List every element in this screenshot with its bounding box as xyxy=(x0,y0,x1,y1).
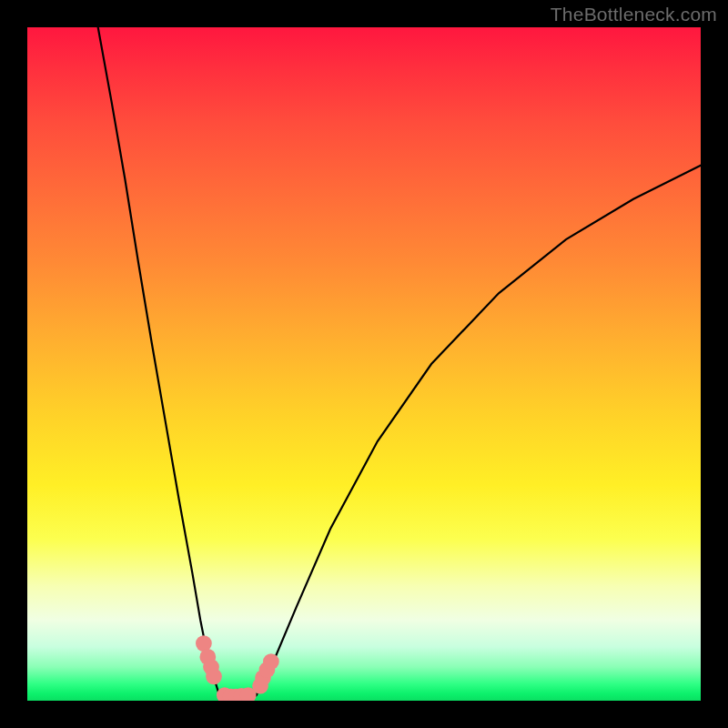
data-marker xyxy=(223,689,239,701)
marker-layer xyxy=(196,635,279,701)
curve-right-branch xyxy=(257,166,701,695)
data-marker xyxy=(263,653,279,670)
data-marker xyxy=(196,635,212,652)
data-marker xyxy=(199,649,216,665)
curve-layer xyxy=(98,27,701,699)
data-marker xyxy=(233,688,249,701)
data-marker xyxy=(228,689,245,701)
data-marker xyxy=(203,659,219,675)
data-marker xyxy=(206,668,222,684)
plot-area xyxy=(27,27,701,701)
data-marker xyxy=(217,687,233,701)
data-marker xyxy=(255,670,271,686)
data-marker xyxy=(240,687,257,701)
data-marker xyxy=(259,662,276,678)
curve-left-branch xyxy=(98,27,220,696)
data-marker xyxy=(252,678,268,694)
curve-trough xyxy=(220,695,257,699)
chart-stage: TheBottleneck.com xyxy=(0,0,728,728)
chart-svg xyxy=(27,27,701,701)
watermark-text: TheBottleneck.com xyxy=(551,4,717,25)
